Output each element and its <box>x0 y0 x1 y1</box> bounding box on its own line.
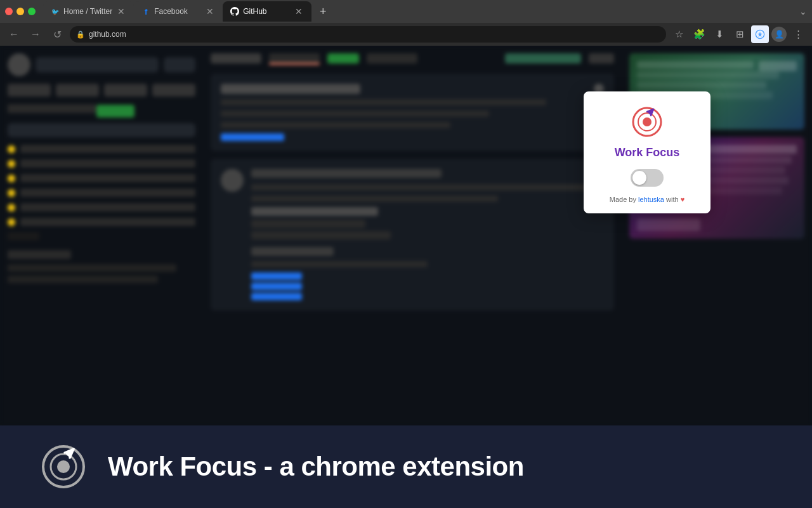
toolbar-row: ← → ↺ 🔒 github.com ☆ 🧩 ⬇ ⊞ 👤 ⋮ <box>0 23 812 46</box>
github-sidebar <box>0 46 203 425</box>
tab-github-title: GitHub <box>243 7 290 16</box>
github-favicon-icon <box>230 7 239 16</box>
downloads-icon[interactable]: ⬇ <box>710 25 728 43</box>
minimize-button[interactable] <box>16 8 24 15</box>
footer-heart-icon: ♥ <box>681 196 685 203</box>
tab-grid-icon[interactable]: ⊞ <box>731 25 749 43</box>
svg-point-8 <box>57 460 70 473</box>
browser-menu-icon[interactable]: ⋮ <box>789 25 807 43</box>
maximize-button[interactable] <box>28 8 36 15</box>
forward-button[interactable]: → <box>27 25 44 43</box>
work-focus-logo-icon <box>629 104 665 140</box>
reload-button[interactable]: ↺ <box>48 25 66 43</box>
tab-twitter[interactable]: 🐦 Home / Twitter ✕ <box>43 1 134 22</box>
twitter-favicon-icon: 🐦 <box>51 7 60 16</box>
work-focus-extension-icon[interactable] <box>751 25 769 43</box>
tab-github-close-icon[interactable]: ✕ <box>294 5 304 18</box>
tab-github[interactable]: GitHub ✕ <box>223 1 311 22</box>
close-button[interactable] <box>5 8 13 15</box>
svg-point-3 <box>643 117 652 126</box>
traffic-lights <box>5 8 36 15</box>
toggle-knob <box>632 171 646 185</box>
footer-with-text: with <box>664 196 681 203</box>
address-text: github.com <box>89 30 126 39</box>
bookmark-star-icon[interactable]: ☆ <box>670 25 688 43</box>
title-bar: 🐦 Home / Twitter ✕ f Facebook ✕ GitHub ✕ <box>0 0 812 23</box>
banner-title: Work Focus - a chrome extension <box>108 451 524 482</box>
bottom-banner: Work Focus - a chrome extension <box>0 425 812 508</box>
github-page-background: Work Focus Made by lehtuska with ♥ <box>0 46 812 425</box>
extension-popup: Work Focus Made by lehtuska with ♥ <box>584 91 710 213</box>
browser-chrome: 🐦 Home / Twitter ✕ f Facebook ✕ GitHub ✕ <box>0 0 812 46</box>
back-button[interactable]: ← <box>5 25 23 43</box>
popup-footer: Made by lehtuska with ♥ <box>610 196 684 203</box>
github-avatar <box>8 53 30 76</box>
footer-author-link[interactable]: lehtuska <box>638 196 664 203</box>
github-main-feed <box>203 46 622 425</box>
tab-facebook-title: Facebook <box>154 7 201 16</box>
tabs-row: 🐦 Home / Twitter ✕ f Facebook ✕ GitHub ✕ <box>43 0 807 23</box>
address-bar[interactable]: 🔒 github.com <box>70 26 666 43</box>
secure-icon: 🔒 <box>76 30 85 39</box>
tab-overflow-button[interactable]: ⌄ <box>799 6 807 17</box>
banner-logo-icon <box>38 441 89 492</box>
work-focus-toggle[interactable] <box>631 169 664 187</box>
tab-twitter-title: Home / Twitter <box>63 7 112 16</box>
facebook-favicon-icon: f <box>141 7 150 16</box>
github-nav <box>8 84 195 97</box>
new-tab-button[interactable]: + <box>314 3 332 20</box>
toolbar-icons: ☆ 🧩 ⬇ ⊞ 👤 ⋮ <box>670 25 807 43</box>
popup-title: Work Focus <box>615 146 680 160</box>
profile-avatar-icon[interactable]: 👤 <box>771 27 787 42</box>
extensions-puzzle-icon[interactable]: 🧩 <box>690 25 708 43</box>
tab-twitter-close-icon[interactable]: ✕ <box>116 5 126 18</box>
tab-facebook[interactable]: f Facebook ✕ <box>134 1 223 22</box>
tab-facebook-close-icon[interactable]: ✕ <box>205 5 215 18</box>
footer-made-by-text: Made by <box>610 196 638 203</box>
